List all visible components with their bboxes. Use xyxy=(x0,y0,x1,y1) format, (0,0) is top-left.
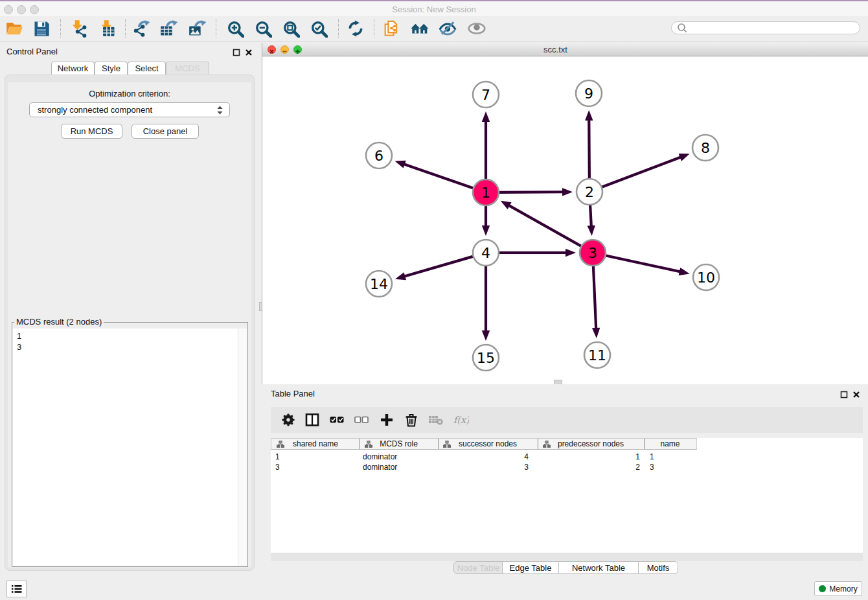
edge-arrow-4-14 xyxy=(395,272,406,280)
node-2[interactable]: 2 xyxy=(577,179,602,205)
control-tab-network[interactable]: Network xyxy=(51,62,95,75)
zoom-in-button[interactable] xyxy=(224,18,246,39)
table-hscrollbar[interactable] xyxy=(271,553,863,561)
list-button[interactable] xyxy=(6,581,27,597)
memory-button[interactable]: Memory xyxy=(814,581,862,596)
cell-predecessor-nodes[interactable]: 2 xyxy=(538,462,644,472)
open-session-icon xyxy=(5,19,23,38)
show-columns-button[interactable] xyxy=(304,411,321,428)
table-row[interactable]: 1dominator411 xyxy=(271,452,697,462)
cell-successor-nodes[interactable]: 4 xyxy=(438,452,538,462)
cell-name[interactable]: 3 xyxy=(644,462,697,472)
column-header-MCDS-role[interactable]: MCDS role xyxy=(360,438,438,450)
edge-3-10[interactable] xyxy=(606,255,681,271)
table-tab-edge-table[interactable]: Edge Table xyxy=(502,561,559,574)
column-header-predecessor-nodes[interactable]: predecessor nodes xyxy=(538,438,644,450)
edge-2-8[interactable] xyxy=(602,157,681,187)
cell-shared-name[interactable]: 1 xyxy=(271,452,360,462)
import-table-button[interactable] xyxy=(97,18,119,39)
toolbar-separator xyxy=(216,19,216,38)
column-header-name[interactable]: name xyxy=(644,438,697,450)
zoom-selected-icon xyxy=(310,19,328,38)
edge-4-14[interactable] xyxy=(404,257,472,277)
cell-predecessor-nodes[interactable]: 1 xyxy=(538,452,644,462)
node-7[interactable]: 7 xyxy=(473,82,499,108)
svg-text:15: 15 xyxy=(477,350,495,366)
function-builder-button[interactable]: f(x) xyxy=(453,411,470,428)
node-6[interactable]: 6 xyxy=(366,143,392,168)
search-box[interactable] xyxy=(671,21,860,34)
node-10[interactable]: 10 xyxy=(693,264,719,290)
delete-table-button[interactable] xyxy=(428,411,444,428)
export-table-button[interactable] xyxy=(158,18,180,39)
close-panel-icon[interactable] xyxy=(245,47,253,59)
svg-text:4: 4 xyxy=(481,245,490,261)
criterion-select[interactable]: strongly connected component xyxy=(29,102,230,117)
select-all-button[interactable] xyxy=(328,411,345,428)
cell-shared-name[interactable]: 3 xyxy=(271,462,360,472)
node-14[interactable]: 14 xyxy=(366,271,392,297)
export-image-button[interactable] xyxy=(187,18,209,39)
hide-selected-button[interactable] xyxy=(437,18,459,39)
table-row[interactable]: 3dominator323 xyxy=(271,462,697,472)
import-network-button[interactable] xyxy=(67,18,89,39)
network-canvas[interactable]: 1234678910111415 xyxy=(262,57,868,384)
svg-text:8: 8 xyxy=(701,140,710,156)
table-options-button[interactable] xyxy=(280,411,297,428)
svg-text:14: 14 xyxy=(370,276,388,292)
save-session-button[interactable] xyxy=(30,18,52,39)
first-neighbors-button[interactable] xyxy=(409,18,431,39)
control-tab-style[interactable]: Style xyxy=(95,62,128,75)
node-1[interactable]: 1 xyxy=(473,179,499,205)
column-header-shared-name[interactable]: shared name xyxy=(271,438,360,450)
cell-MCDS-role[interactable]: dominator xyxy=(360,452,438,462)
float-panel-icon[interactable] xyxy=(840,389,848,401)
node-11[interactable]: 11 xyxy=(584,342,610,368)
hide-selected-icon xyxy=(439,19,457,38)
deselect-all-button[interactable] xyxy=(353,411,370,428)
mcds-result-scrollbar[interactable] xyxy=(238,329,247,566)
node-3[interactable]: 3 xyxy=(580,240,606,266)
tree-icon xyxy=(443,441,451,448)
node-4[interactable]: 4 xyxy=(473,240,499,266)
show-all-button[interactable] xyxy=(466,18,488,39)
node-15[interactable]: 15 xyxy=(473,345,499,371)
node-table[interactable]: shared nameMCDS rolesuccessor nodesprede… xyxy=(271,438,863,553)
cell-successor-nodes[interactable]: 3 xyxy=(438,462,538,472)
control-tab-select[interactable]: Select xyxy=(128,62,166,75)
run-mcds-button[interactable]: Run MCDS xyxy=(61,124,122,139)
delete-row-button[interactable] xyxy=(403,411,420,428)
cell-name[interactable]: 1 xyxy=(644,452,697,462)
edge-2-9[interactable] xyxy=(589,119,589,178)
close-panel-button[interactable]: Close panel xyxy=(131,124,199,139)
column-header-successor-nodes[interactable]: successor nodes xyxy=(438,438,538,450)
open-session-button[interactable] xyxy=(3,18,25,39)
toolbar-separator xyxy=(125,19,126,38)
node-8[interactable]: 8 xyxy=(692,135,718,161)
refresh-view-button[interactable] xyxy=(345,18,367,39)
edge-1-6[interactable] xyxy=(404,164,473,188)
add-row-button[interactable] xyxy=(378,411,395,428)
table-tab-motifs[interactable]: Motifs xyxy=(638,561,678,574)
zoom-out-button[interactable] xyxy=(252,18,274,39)
edge-3-1[interactable] xyxy=(508,205,581,246)
node-9[interactable]: 9 xyxy=(576,80,602,106)
float-panel-icon[interactable] xyxy=(233,47,240,59)
edge-3-11[interactable] xyxy=(593,266,596,329)
edge-2-3[interactable] xyxy=(590,205,591,227)
table-tab-node-table[interactable]: Node Table xyxy=(453,561,503,574)
table-tab-network-table[interactable]: Network Table xyxy=(558,561,639,574)
network-window-titlebar[interactable]: scc.txt xyxy=(262,43,868,56)
mcds-result-text[interactable]: 13 xyxy=(13,329,247,566)
zoom-fit-button[interactable] xyxy=(280,18,302,39)
control-tab-mcds[interactable]: MCDS xyxy=(166,62,209,75)
cell-MCDS-role[interactable]: dominator xyxy=(360,462,438,472)
network-view-window: scc.txt 1234678910111415 xyxy=(262,43,868,384)
edge-1-2[interactable] xyxy=(499,192,564,192)
copy-view-button[interactable] xyxy=(380,18,402,39)
close-panel-icon[interactable] xyxy=(852,389,860,401)
zoom-selected-button[interactable] xyxy=(308,18,330,39)
export-network-button[interactable] xyxy=(130,18,152,39)
column-separator xyxy=(644,439,645,449)
network-resize-grip[interactable] xyxy=(554,380,562,384)
